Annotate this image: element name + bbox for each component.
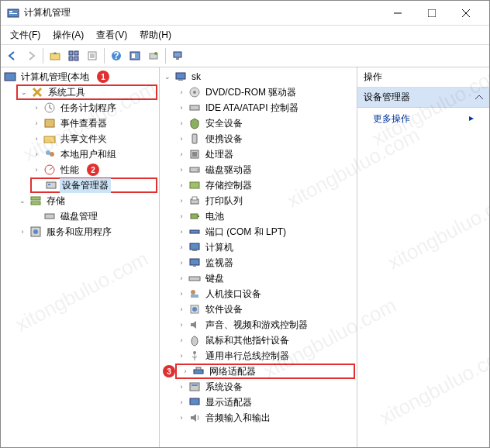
computer-button[interactable] bbox=[169, 47, 186, 64]
device-battery[interactable]: › 电池 bbox=[175, 208, 355, 224]
menu-action[interactable]: 操作(A) bbox=[48, 27, 88, 43]
chevron-right-icon[interactable]: › bbox=[177, 289, 186, 298]
device-storageCtrl[interactable]: › 存储控制器 bbox=[175, 177, 355, 193]
device-network[interactable]: 3 › 网络适配器 bbox=[175, 364, 355, 379]
chevron-right-icon[interactable]: › bbox=[32, 119, 41, 128]
chevron-right-icon[interactable]: › bbox=[177, 196, 186, 205]
chevron-right-icon[interactable]: › bbox=[177, 258, 186, 267]
printQueue-icon bbox=[188, 195, 201, 207]
expander-icon[interactable]: ⌄ bbox=[18, 196, 27, 205]
device-dvd[interactable]: › DVD/CD-ROM 驱动器 bbox=[175, 84, 355, 100]
chevron-right-icon[interactable]: › bbox=[177, 243, 186, 252]
chevron-right-icon[interactable]: › bbox=[177, 119, 186, 128]
chevron-right-icon[interactable]: › bbox=[177, 227, 186, 236]
tree-disk-mgmt[interactable]: 磁盘管理 bbox=[30, 208, 157, 224]
device-tree[interactable]: ⌄sk › DVD/CD-ROM 驱动器 › IDE ATA/ATAPI 控制器… bbox=[161, 69, 355, 426]
chevron-right-icon[interactable]: › bbox=[177, 103, 186, 112]
chevron-right-icon[interactable]: › bbox=[32, 150, 41, 159]
forward-button[interactable] bbox=[22, 47, 40, 64]
minimize-button[interactable] bbox=[381, 2, 415, 25]
more-actions[interactable]: 更多操作 ▸ bbox=[357, 108, 489, 130]
menu-file[interactable]: 文件(F) bbox=[5, 27, 45, 43]
close-button[interactable] bbox=[449, 2, 483, 25]
chevron-right-icon[interactable]: › bbox=[177, 274, 186, 283]
device-hid[interactable]: › 人机接口设备 bbox=[175, 286, 355, 302]
device-sound[interactable]: › 声音、视频和游戏控制器 bbox=[175, 317, 355, 333]
device-usb[interactable]: › 通用串行总线控制器 bbox=[175, 348, 355, 364]
tree-performance[interactable]: ›性能2 bbox=[30, 162, 157, 177]
svg-point-29 bbox=[50, 152, 54, 157]
chevron-right-icon[interactable]: › bbox=[177, 398, 186, 407]
tree-storage[interactable]: ⌄存储 bbox=[16, 193, 157, 208]
device-diskDrive[interactable]: › 磁盘驱动器 bbox=[175, 162, 355, 177]
device-audio[interactable]: › 音频输入和输出 bbox=[175, 410, 355, 426]
show-hide-button[interactable] bbox=[126, 47, 143, 64]
tree-task-scheduler[interactable]: ›任务计划程序 bbox=[30, 100, 157, 115]
chevron-right-icon[interactable]: › bbox=[177, 165, 186, 174]
view-button[interactable] bbox=[65, 47, 82, 64]
tree-local-users[interactable]: ›本地用户和组 bbox=[30, 146, 157, 162]
scan-button[interactable] bbox=[145, 47, 162, 64]
device-monitor[interactable]: › 监视器 bbox=[175, 255, 355, 271]
diskDrive-icon bbox=[188, 164, 201, 176]
chevron-right-icon[interactable]: › bbox=[177, 88, 186, 97]
chevron-right-icon[interactable]: › bbox=[32, 103, 41, 112]
chevron-right-icon[interactable]: › bbox=[177, 212, 186, 221]
menu-view[interactable]: 查看(V) bbox=[91, 27, 132, 43]
menu-help[interactable]: 帮助(H) bbox=[135, 27, 176, 43]
chevron-right-icon[interactable]: › bbox=[177, 413, 186, 422]
device-ports[interactable]: › 端口 (COM 和 LPT) bbox=[175, 224, 355, 240]
svg-rect-1 bbox=[9, 11, 12, 12]
expander-icon[interactable]: ⌄ bbox=[19, 88, 29, 97]
svg-rect-32 bbox=[48, 184, 50, 185]
svg-rect-7 bbox=[50, 53, 60, 60]
console-tree[interactable]: 计算机管理(本地 1 ⌄ 系统工具 ›任务计划程序 ›事件查看器 ›共享文 bbox=[2, 69, 157, 240]
svg-point-41 bbox=[193, 91, 196, 94]
tree-services[interactable]: ›服务和应用程序 bbox=[16, 224, 157, 240]
toolbar: ? bbox=[1, 44, 489, 67]
chevron-right-icon[interactable]: › bbox=[177, 181, 186, 190]
svg-point-64 bbox=[193, 351, 196, 354]
tree-root[interactable]: 计算机管理(本地 1 bbox=[2, 69, 157, 84]
properties-button[interactable] bbox=[84, 47, 101, 64]
maximize-button[interactable] bbox=[415, 2, 449, 25]
help-button[interactable]: ? bbox=[108, 47, 125, 64]
software-icon bbox=[188, 303, 201, 315]
chevron-right-icon[interactable]: › bbox=[177, 336, 186, 345]
badge-3: 3 bbox=[163, 365, 175, 377]
device-keyboard[interactable]: › 键盘 bbox=[175, 271, 355, 286]
device-printQueue[interactable]: › 打印队列 bbox=[175, 193, 355, 208]
chevron-right-icon[interactable]: › bbox=[181, 367, 190, 376]
device-software[interactable]: › 软件设备 bbox=[175, 302, 355, 317]
chevron-right-icon[interactable]: › bbox=[32, 165, 41, 174]
tree-system-tools[interactable]: ⌄ 系统工具 bbox=[16, 84, 157, 100]
chevron-right-icon[interactable]: › bbox=[177, 305, 186, 314]
hid-icon bbox=[188, 288, 201, 300]
up-button[interactable] bbox=[47, 47, 64, 64]
device-display[interactable]: › 显示适配器 bbox=[175, 395, 355, 410]
chevron-right-icon[interactable]: › bbox=[177, 134, 186, 143]
chevron-right-icon[interactable]: › bbox=[177, 382, 186, 391]
chevron-right-icon[interactable]: › bbox=[177, 150, 186, 159]
device-security[interactable]: › 安全设备 bbox=[175, 115, 355, 131]
device-mouse[interactable]: › 鼠标和其他指针设备 bbox=[175, 333, 355, 348]
collapse-icon[interactable] bbox=[475, 94, 483, 102]
device-ide[interactable]: › IDE ATA/ATAPI 控制器 bbox=[175, 100, 355, 115]
actions-section[interactable]: 设备管理器 bbox=[357, 88, 489, 108]
device-computer[interactable]: › 计算机 bbox=[175, 240, 355, 255]
svg-point-47 bbox=[197, 169, 198, 171]
chevron-right-icon[interactable]: › bbox=[177, 351, 186, 360]
expander-icon[interactable]: ⌄ bbox=[163, 72, 172, 81]
chevron-right-icon[interactable]: › bbox=[177, 320, 186, 329]
chevron-right-icon[interactable]: › bbox=[18, 227, 27, 236]
device-system[interactable]: › 系统设备 bbox=[175, 379, 355, 395]
tree-shared-folders[interactable]: ›共享文件夹 bbox=[30, 131, 157, 146]
back-button[interactable] bbox=[4, 47, 21, 64]
device-root[interactable]: ⌄sk bbox=[161, 69, 355, 84]
device-portable[interactable]: › 便携设备 bbox=[175, 131, 355, 146]
svg-point-21 bbox=[154, 52, 157, 55]
tree-device-manager[interactable]: 设备管理器 bbox=[30, 177, 157, 193]
chevron-right-icon[interactable]: › bbox=[32, 134, 41, 143]
tree-event-viewer[interactable]: ›事件查看器 bbox=[30, 115, 157, 131]
device-cpu[interactable]: › 处理器 bbox=[175, 146, 355, 162]
